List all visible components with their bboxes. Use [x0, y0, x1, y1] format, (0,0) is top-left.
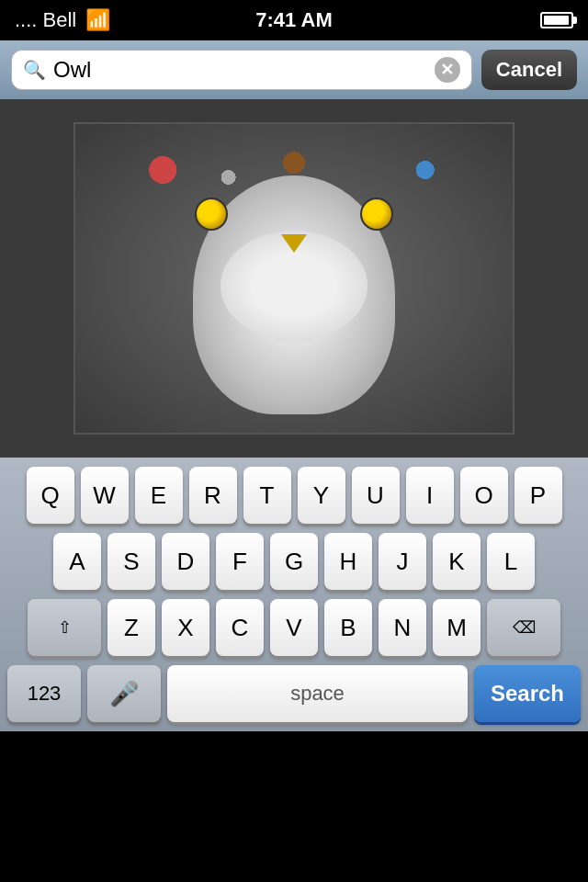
- mic-button[interactable]: 🎤: [87, 665, 161, 722]
- key-r[interactable]: R: [189, 467, 237, 524]
- key-w[interactable]: W: [81, 467, 129, 524]
- keyboard-row-1: Q W E R T Y U I O P: [4, 467, 584, 524]
- search-input[interactable]: [53, 57, 427, 83]
- wifi-icon: 📶: [85, 8, 110, 32]
- status-right: [540, 12, 573, 28]
- key-m[interactable]: M: [433, 599, 481, 656]
- keyboard-row-3: ⇧ Z X C V B N M ⌫: [4, 599, 584, 656]
- status-left: .... Bell 📶: [15, 8, 110, 32]
- keyboard-bottom-row: 123 🎤 space Search: [4, 665, 584, 722]
- search-bar: 🔍 ✕ Cancel: [0, 40, 588, 99]
- key-s[interactable]: S: [107, 533, 155, 590]
- image-preview: [74, 122, 514, 435]
- search-icon: 🔍: [23, 59, 46, 81]
- key-h[interactable]: H: [324, 533, 372, 590]
- key-d[interactable]: D: [162, 533, 209, 590]
- key-p[interactable]: P: [514, 467, 562, 524]
- keyboard-row-2: A S D F G H J K L: [4, 533, 584, 590]
- key-o[interactable]: O: [460, 467, 508, 524]
- delete-button[interactable]: ⌫: [487, 599, 560, 656]
- numbers-button[interactable]: 123: [7, 665, 81, 722]
- key-l[interactable]: L: [487, 533, 535, 590]
- owl-eye-left: [195, 198, 228, 231]
- key-n[interactable]: N: [379, 599, 426, 656]
- battery-icon: [540, 12, 573, 28]
- keyboard: Q W E R T Y U I O P A S D F G H J K L ⇧ …: [0, 458, 588, 731]
- key-u[interactable]: U: [352, 467, 400, 524]
- owl-beak: [281, 234, 307, 253]
- shift-button[interactable]: ⇧: [28, 599, 101, 656]
- status-time: 7:41 AM: [255, 8, 333, 32]
- status-bar: .... Bell 📶 7:41 AM: [0, 0, 588, 40]
- key-f[interactable]: F: [216, 533, 264, 590]
- owl-eye-right: [360, 198, 393, 231]
- key-k[interactable]: K: [433, 533, 481, 590]
- key-y[interactable]: Y: [298, 467, 345, 524]
- key-g[interactable]: G: [270, 533, 318, 590]
- key-q[interactable]: Q: [27, 467, 74, 524]
- key-b[interactable]: B: [324, 599, 372, 656]
- search-input-wrapper[interactable]: 🔍 ✕: [11, 50, 472, 90]
- cancel-button[interactable]: Cancel: [481, 50, 577, 90]
- key-z[interactable]: Z: [107, 599, 155, 656]
- search-button[interactable]: Search: [474, 665, 581, 722]
- image-area: [0, 99, 588, 458]
- clear-button[interactable]: ✕: [435, 57, 460, 83]
- space-button[interactable]: space: [167, 665, 468, 722]
- key-t[interactable]: T: [243, 467, 291, 524]
- key-i[interactable]: I: [406, 467, 454, 524]
- key-v[interactable]: V: [270, 599, 318, 656]
- carrier-text: .... Bell: [15, 8, 76, 32]
- key-a[interactable]: A: [53, 533, 101, 590]
- key-e[interactable]: E: [135, 467, 183, 524]
- key-j[interactable]: J: [379, 533, 426, 590]
- key-c[interactable]: C: [216, 599, 264, 656]
- key-x[interactable]: X: [162, 599, 209, 656]
